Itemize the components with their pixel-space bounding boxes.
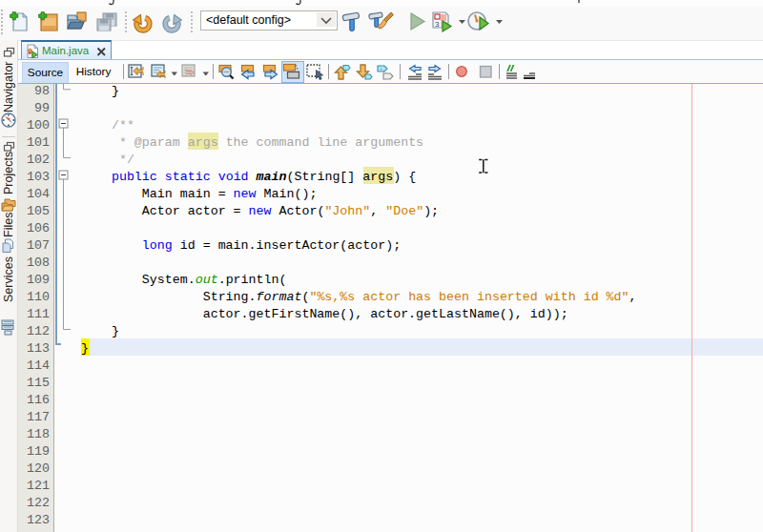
svg-text:3: 3: [435, 20, 440, 29]
